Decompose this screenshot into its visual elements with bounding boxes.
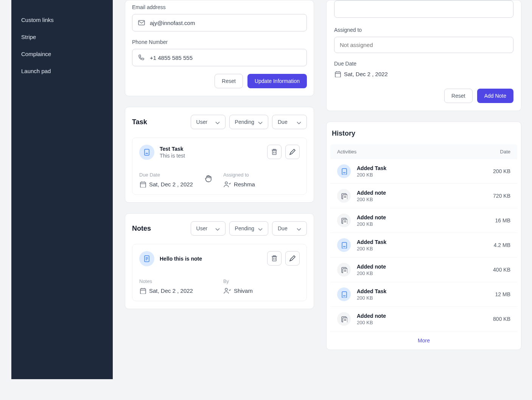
note-notes-value: Sat, Dec 2 , 2022 (139, 287, 193, 294)
history-title: History (330, 130, 517, 144)
notes-filter-status-label: Pending (235, 225, 254, 231)
history-col-activities: Activities (337, 149, 356, 155)
notes-section-title: Notes (132, 225, 151, 233)
history-row[interactable]: Added note200 KB720 KB (330, 184, 517, 208)
phone-input-wrapper[interactable] (132, 49, 307, 66)
document-icon (337, 238, 351, 252)
history-row[interactable]: Added Task200 KB4.2 MB (330, 233, 517, 258)
document-icon (139, 145, 154, 160)
task-subtitle: This is test (160, 153, 185, 159)
task-filter-status[interactable]: Pending (229, 115, 268, 129)
phone-icon (138, 54, 145, 61)
history-row-sub: 200 KB (357, 221, 386, 227)
email-label: Email address (132, 4, 307, 10)
task-assigned-label: Assigned to (223, 172, 255, 178)
history-col-date: Date (500, 149, 510, 155)
history-row[interactable]: Added Task200 KB200 KB (330, 159, 517, 184)
reset-note-button[interactable]: Reset (444, 89, 473, 103)
notes-icon (337, 214, 351, 227)
mail-icon (138, 19, 145, 27)
task-filter-user-label: User (196, 119, 208, 125)
add-note-button[interactable]: Add Note (477, 89, 513, 103)
sidebar-item-launch-pad[interactable]: Launch pad (11, 62, 113, 80)
reset-button[interactable]: Reset (215, 74, 243, 88)
due-date-value: Sat, Dec 2 , 2022 (334, 70, 513, 77)
chevron-down-icon (295, 225, 301, 231)
sidebar-item-compliance[interactable]: Complaince (11, 45, 113, 62)
calendar-icon (139, 181, 146, 188)
calendar-icon (334, 70, 341, 77)
contact-form-card: Email address Phone Number Reset Update … (125, 0, 314, 96)
task-item[interactable]: Test Task This is test Due Date (132, 138, 307, 195)
history-row-sub: 200 KB (357, 197, 386, 202)
history-more-link[interactable]: More (330, 331, 517, 350)
edit-task-button[interactable] (285, 145, 300, 159)
history-row-sub: 200 KB (357, 295, 386, 301)
task-assigned-value: Reshma (223, 181, 255, 188)
notes-filter-status[interactable]: Pending (229, 221, 268, 236)
notes-filter-due-label: Due (278, 225, 288, 231)
task-filter-due[interactable]: Due (272, 115, 307, 129)
sidebar-item-custom-links[interactable]: Custom links (11, 11, 113, 28)
task-filter-status-label: Pending (235, 119, 254, 125)
history-row-size: 4.2 MB (494, 242, 510, 248)
history-row-title: Added Task (357, 288, 386, 294)
history-row-title: Added Task (357, 239, 386, 245)
history-row-title: Added note (357, 214, 386, 220)
chevron-down-icon (257, 119, 263, 125)
chevron-down-icon (295, 119, 301, 125)
history-row-size: 400 KB (493, 267, 510, 273)
notes-card: Notes User Pending Due (125, 213, 314, 309)
email-input-wrapper[interactable] (132, 14, 307, 31)
history-row-size: 200 KB (493, 168, 510, 174)
notes-filter-user-label: User (196, 225, 208, 231)
history-card: History Activities Date Added Task200 KB… (326, 122, 521, 350)
pencil-icon (289, 255, 296, 262)
assigned-to-input[interactable] (334, 37, 513, 53)
history-row[interactable]: Added note200 KB800 KB (330, 307, 517, 331)
note-by-value: Shivam (223, 287, 253, 294)
history-row[interactable]: Added note200 KB400 KB (330, 258, 517, 282)
delete-note-button[interactable] (267, 251, 282, 266)
phone-input[interactable] (150, 55, 301, 61)
notes-filter-due[interactable]: Due (272, 221, 307, 236)
notes-icon (337, 263, 351, 277)
note-title: Hello this is note (160, 256, 202, 262)
task-card: Task User Pending Due (125, 107, 314, 203)
history-row-size: 800 KB (493, 316, 510, 322)
chevron-down-icon (257, 225, 263, 231)
history-row-sub: 200 KB (357, 246, 386, 252)
history-row-title: Added note (357, 313, 386, 319)
history-row-title: Added Task (357, 165, 386, 171)
task-due-value: Sat, Dec 2 , 2022 (139, 181, 193, 188)
chevron-down-icon (214, 225, 220, 231)
history-row-title: Added note (357, 190, 386, 196)
user-check-icon (223, 287, 231, 294)
task-section-title: Task (132, 118, 147, 126)
note-item[interactable]: Hello this is note Notes (132, 244, 307, 301)
document-icon (337, 288, 351, 301)
history-row-sub: 200 KB (357, 270, 386, 276)
task-filter-user[interactable]: User (191, 115, 226, 129)
history-row[interactable]: Added note200 KB16 MB (330, 208, 517, 233)
edit-note-button[interactable] (285, 251, 300, 266)
notes-filter-user[interactable]: User (191, 221, 226, 236)
document-icon (337, 164, 351, 178)
history-row[interactable]: Added Task200 KB12 MB (330, 282, 517, 307)
note-by-label: By (223, 278, 253, 284)
pencil-icon (289, 148, 296, 156)
history-row-size: 16 MB (495, 217, 510, 223)
sidebar-item-stripe[interactable]: Stripe (11, 28, 113, 45)
history-row-size: 12 MB (495, 291, 510, 297)
history-row-title: Added note (357, 264, 386, 270)
task-filter-due-label: Due (278, 119, 288, 125)
note-text-input[interactable] (334, 0, 513, 18)
add-note-card: Assigned to Due Date Sat, Dec 2 , 2022 R… (326, 0, 521, 111)
note-notes-label: Notes (139, 278, 193, 284)
update-info-button[interactable]: Update Information (247, 74, 307, 88)
trash-icon (271, 255, 278, 262)
assigned-to-label: Assigned to (334, 27, 513, 33)
delete-task-button[interactable] (267, 145, 282, 159)
email-input[interactable] (150, 20, 301, 26)
due-date-label: Due Date (334, 61, 513, 67)
